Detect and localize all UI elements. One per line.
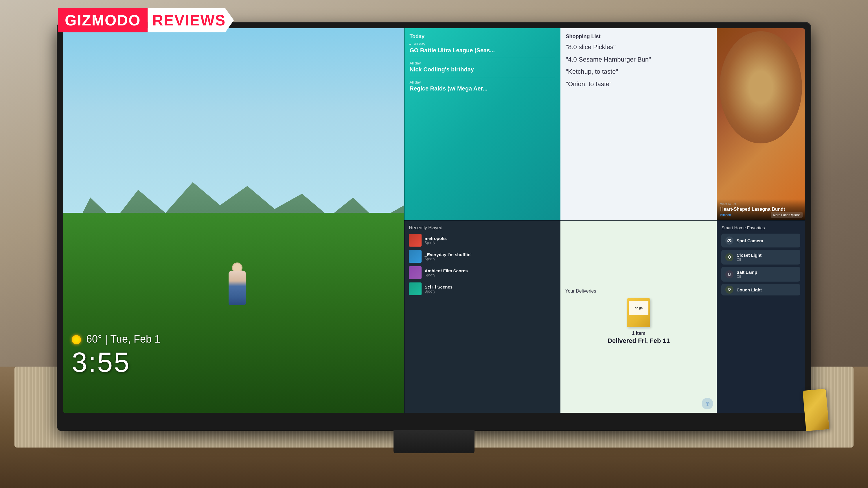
package-label: on go [629, 301, 648, 315]
time-display: 3:55 [72, 346, 160, 378]
music-item-2[interactable]: _Everyday I'm shufflin' Spotify [409, 250, 556, 263]
svg-point-1 [729, 240, 730, 241]
device-status-closet: Off [736, 258, 762, 262]
svg-point-3 [728, 256, 731, 258]
weather-temp: 60° | Tue, Feb 1 [72, 333, 160, 345]
shopping-item-1: "8.0 slice Pickles" [566, 43, 711, 52]
reviews-badge: REVIEWS [148, 8, 234, 32]
right-panel: Today All day GO Battle Ultra League (Se… [404, 28, 805, 413]
device-info-closet: Closet Light Off [736, 253, 762, 262]
device-name-salt: Salt Lamp [736, 270, 757, 274]
music-info-4: Sci Fi Scenes Spotify [425, 285, 453, 293]
shopping-item-4: "Onion, to taste" [566, 80, 711, 89]
event-title-2: Nick Codling's birthday [409, 66, 555, 73]
device-info-salt: Salt Lamp Off [736, 270, 757, 279]
svg-point-10 [728, 288, 731, 291]
album-thumb-1 [409, 234, 422, 247]
left-panel: 60° | Tue, Feb 1 3:55 [63, 28, 404, 413]
gizmodo-logo: GIZMODO [58, 8, 148, 32]
shopping-item-3: "Ketchup, to taste" [566, 68, 711, 76]
music-title-1: metropolis [425, 236, 447, 241]
music-info-1: metropolis Spotify [425, 236, 447, 245]
event-time-3: All day [409, 80, 555, 85]
svg-rect-9 [728, 275, 731, 276]
delivery-date: Delivered Fri, Feb 11 [608, 337, 670, 345]
music-source-2: Spotify [425, 257, 471, 261]
svg-rect-11 [729, 291, 730, 291]
delivery-tracking-icon: ⊕ [702, 398, 713, 410]
delivery-widget[interactable]: Your Deliveries on go 1 item Delivered F… [560, 221, 717, 413]
food-widget[interactable]: What To Eat Heart-Shaped Lasagna Bundt K… [717, 28, 805, 220]
music-widget[interactable]: Recently Played metropolis Spotify _ [404, 221, 560, 413]
device-tile-salt-lamp[interactable]: Salt Lamp Off [721, 267, 800, 282]
panel-divider [404, 28, 405, 413]
device-info-camera: Spot Camera [736, 238, 763, 243]
couch-light-icon [725, 286, 734, 294]
smarthome-widget: Smart Home Favorites [717, 221, 805, 413]
event-time-1: All day [409, 42, 555, 46]
package-visual: on go [627, 298, 650, 327]
calendar-header: Today [409, 34, 555, 40]
event-item-2: All day Nick Codling's birthday [409, 61, 555, 73]
device-tile-camera[interactable]: Spot Camera [721, 234, 800, 248]
weather-info: 60° | Tue, Feb 1 3:55 [72, 333, 160, 378]
music-source-1: Spotify [425, 241, 447, 245]
child-figure [228, 270, 246, 305]
device-info-couch: Couch Light [736, 287, 762, 292]
dot-1 [409, 44, 411, 45]
album-thumb-3 [409, 266, 422, 279]
event-item-3: All day Regice Raids (w/ Mega Aer... [409, 80, 555, 92]
music-title-4: Sci Fi Scenes [425, 285, 453, 289]
device-name-couch: Couch Light [736, 287, 762, 292]
svg-line-7 [731, 256, 731, 256]
music-item-3[interactable]: Ambient Film Scores Spotify [409, 266, 556, 279]
food-title: Heart-Shaped Lasagna Bundt [720, 206, 802, 212]
event-divider-2 [409, 77, 555, 77]
music-info-2: _Everyday I'm shufflin' Spotify [425, 252, 471, 261]
svg-rect-4 [729, 258, 730, 259]
salt-lamp-icon [725, 270, 734, 279]
tv-frame: 60° | Tue, Feb 1 3:55 Today [58, 23, 810, 430]
gizmodo-banner: GIZMODO REVIEWS [58, 8, 234, 32]
tv-stand [394, 430, 474, 453]
device-tile-couch-light[interactable]: Couch Light [721, 284, 800, 295]
shopping-item-2: "4.0 Sesame Hamburger Bun" [566, 56, 711, 64]
music-item-1[interactable]: metropolis Spotify [409, 234, 556, 247]
food-image [717, 28, 805, 220]
album-thumb-2 [409, 250, 422, 263]
music-source-4: Spotify [425, 289, 453, 293]
food-label: What To Eat [720, 203, 802, 206]
delivery-count: 1 item [632, 331, 645, 336]
device-tile-closet-light[interactable]: Closet Light Off [721, 250, 800, 264]
album-thumb-4 [409, 283, 422, 295]
decorative-object [803, 389, 829, 431]
event-divider-1 [409, 58, 555, 58]
echo-show-screen: 60° | Tue, Feb 1 3:55 Today [63, 28, 805, 413]
shopping-widget[interactable]: Shopping List "8.0 slice Pickles" "4.0 S… [560, 28, 717, 220]
music-title-3: Ambient Film Scores [425, 268, 468, 273]
music-source-3: Spotify [425, 273, 468, 277]
music-header: Recently Played [409, 225, 556, 230]
music-info-3: Ambient Film Scores Spotify [425, 268, 468, 277]
svg-rect-8 [728, 273, 730, 275]
food-more-button[interactable]: More Food Options [771, 212, 803, 218]
calendar-widget[interactable]: Today All day GO Battle Ultra League (Se… [404, 28, 560, 220]
device-name-closet: Closet Light [736, 253, 762, 258]
echo-screen-content: 60° | Tue, Feb 1 3:55 Today [63, 28, 805, 413]
grass-background [63, 213, 404, 413]
camera-icon [725, 236, 734, 245]
event-time-2: All day [409, 61, 555, 65]
device-name-camera: Spot Camera [736, 238, 763, 243]
bottom-row: Recently Played metropolis Spotify _ [404, 221, 805, 413]
music-item-4[interactable]: Sci Fi Scenes Spotify [409, 283, 556, 295]
light-icon [725, 253, 734, 261]
delivery-header: Your Deliveries [565, 289, 596, 294]
event-title-1: GO Battle Ultra League (Seas... [409, 47, 555, 54]
event-title-3: Regice Raids (w/ Mega Aer... [409, 85, 555, 92]
event-item-1: All day GO Battle Ultra League (Seas... [409, 42, 555, 54]
child-body [228, 270, 246, 305]
music-title-2: _Everyday I'm shufflin' [425, 252, 471, 257]
top-row: Today All day GO Battle Ultra League (Se… [404, 28, 805, 221]
smarthome-header: Smart Home Favorites [721, 225, 800, 230]
device-status-salt: Off [736, 274, 757, 279]
